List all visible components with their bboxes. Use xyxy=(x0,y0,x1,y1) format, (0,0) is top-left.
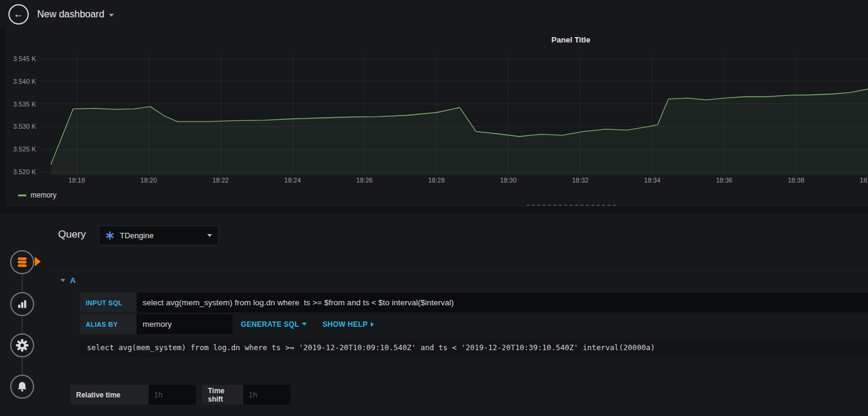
generated-sql-preview: select avg(mem_system) from log.dn where… xyxy=(80,339,868,357)
svg-text:18:38: 18:38 xyxy=(788,177,805,184)
tab-visualization[interactable] xyxy=(10,292,34,316)
svg-text:3.525 K: 3.525 K xyxy=(13,145,37,153)
bar-chart-icon xyxy=(16,298,28,310)
active-tab-arrow-icon xyxy=(35,257,41,266)
legend-color-swatch xyxy=(18,195,26,196)
panel-resize-handle[interactable] xyxy=(527,205,616,206)
time-shift-label: Time shift xyxy=(202,385,243,405)
navbar: ← New dashboard xyxy=(0,0,868,29)
time-series-panel: Panel Title 3.545 K3.540 K3.535 K3.530 K… xyxy=(6,29,868,207)
bell-icon xyxy=(16,381,28,393)
database-icon xyxy=(16,256,28,268)
generate-sql-button[interactable]: GENERATE SQL xyxy=(241,314,307,334)
tab-connector-line xyxy=(22,262,23,387)
svg-text:3.545 K: 3.545 K xyxy=(13,55,37,62)
chevron-right-icon xyxy=(371,322,374,327)
dashboard-title-text: New dashboard xyxy=(37,9,104,20)
time-options-row: Relative time Time shift xyxy=(70,385,291,405)
svg-text:18:28: 18:28 xyxy=(428,177,445,184)
svg-text:18:36: 18:36 xyxy=(716,177,733,184)
alias-by-label: ALIAS BY xyxy=(80,314,137,334)
alias-by-row: ALIAS BY GENERATE SQL SHOW HELP xyxy=(80,314,374,334)
input-sql-row: INPUT SQL xyxy=(80,293,868,312)
svg-text:18:32: 18:32 xyxy=(572,177,589,184)
query-section-title: Query xyxy=(58,229,86,241)
show-help-label: SHOW HELP xyxy=(322,320,367,329)
show-help-button[interactable]: SHOW HELP xyxy=(322,314,373,334)
chevron-down-icon xyxy=(109,14,114,17)
legend-item-memory[interactable]: memory xyxy=(18,191,56,199)
svg-text:18:34: 18:34 xyxy=(644,177,661,184)
svg-text:18:40: 18:40 xyxy=(860,177,868,184)
collapse-caret-icon[interactable] xyxy=(61,279,65,282)
legend-label: memory xyxy=(31,191,56,199)
query-ref-row: A xyxy=(51,271,868,290)
input-sql-label: INPUT SQL xyxy=(80,293,137,312)
input-sql-field[interactable] xyxy=(137,293,868,312)
svg-text:18:22: 18:22 xyxy=(212,177,229,184)
svg-text:3.530 K: 3.530 K xyxy=(13,123,37,130)
svg-text:18:30: 18:30 xyxy=(500,177,517,184)
query-ref-id[interactable]: A xyxy=(70,276,75,285)
time-series-chart[interactable]: 3.545 K3.540 K3.535 K3.530 K3.525 K3.520… xyxy=(6,50,868,189)
time-shift-field[interactable] xyxy=(243,385,291,405)
datasource-picker[interactable]: TDengine xyxy=(99,226,219,245)
svg-text:18:20: 18:20 xyxy=(140,177,157,184)
chevron-down-icon xyxy=(302,323,307,326)
svg-text:18:24: 18:24 xyxy=(285,177,301,184)
alias-by-field[interactable] xyxy=(137,314,232,334)
spacer xyxy=(196,385,202,405)
datasource-name: TDengine xyxy=(120,231,202,240)
arrow-left-icon: ← xyxy=(14,8,24,20)
tdengine-logo-icon xyxy=(105,231,114,240)
svg-text:18:26: 18:26 xyxy=(356,177,373,184)
relative-time-label: Relative time xyxy=(70,385,149,405)
dashboard-title[interactable]: New dashboard xyxy=(37,9,114,20)
generate-sql-label: GENERATE SQL xyxy=(241,320,299,329)
back-button[interactable]: ← xyxy=(8,4,29,25)
tab-queries[interactable] xyxy=(10,250,34,274)
svg-text:3.520 K: 3.520 K xyxy=(13,168,37,175)
panel-title[interactable]: Panel Title xyxy=(552,35,591,44)
svg-text:3.535 K: 3.535 K xyxy=(13,101,37,108)
svg-text:3.540 K: 3.540 K xyxy=(13,78,37,85)
svg-text:18:18: 18:18 xyxy=(68,177,85,184)
chevron-down-icon xyxy=(207,234,212,237)
gear-icon xyxy=(16,339,29,352)
tab-alert[interactable] xyxy=(10,375,34,399)
relative-time-field[interactable] xyxy=(149,385,196,405)
tab-general[interactable] xyxy=(10,333,34,357)
